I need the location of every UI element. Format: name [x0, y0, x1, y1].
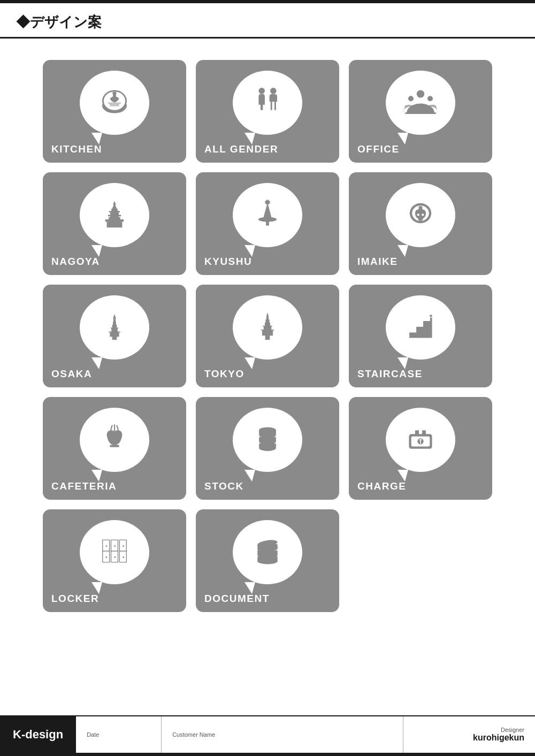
- svg-point-83: [257, 558, 277, 564]
- svg-point-71: [105, 545, 107, 547]
- svg-rect-10: [405, 112, 436, 114]
- svg-rect-59: [415, 430, 419, 435]
- card-label-kitchen: KITCHEN: [51, 143, 102, 155]
- svg-point-56: [259, 445, 276, 452]
- card-label-locker: LOCKER: [51, 593, 99, 605]
- svg-marker-19: [113, 201, 116, 205]
- card-bubble-nagoya: [80, 183, 149, 247]
- card-bubble-office: [386, 71, 455, 135]
- svg-point-72: [114, 545, 116, 547]
- svg-point-4: [258, 88, 265, 94]
- card-bubble-osaka: [80, 295, 149, 360]
- footer-brand: K-design: [0, 716, 76, 753]
- svg-rect-17: [109, 211, 120, 212]
- footer-designer-value: kurohigekun: [473, 733, 524, 743]
- footer-customer-label: Customer Name: [172, 731, 392, 738]
- svg-rect-48: [263, 326, 272, 327]
- card-tokyo[interactable]: TOKYO: [196, 285, 339, 387]
- card-label-cafeteria: CAFETERIA: [51, 480, 117, 492]
- card-label-document: DOCUMENT: [204, 593, 270, 605]
- card-document[interactable]: DOCUMENT: [196, 509, 339, 612]
- card-imaike[interactable]: IMAIKE: [349, 172, 492, 275]
- bottom-bar: [0, 753, 535, 756]
- card-label-nagoya: NAGOYA: [51, 256, 100, 268]
- card-bubble-imaike: [386, 183, 455, 247]
- page-title: ◆デザイン案: [16, 14, 102, 30]
- card-label-charge: CHARGE: [357, 480, 406, 492]
- main-content: KITCHEN ALL GENDER OFFICE NAGOYA KYUSHU …: [0, 39, 535, 715]
- svg-rect-45: [266, 316, 269, 320]
- card-kitchen[interactable]: KITCHEN: [43, 60, 186, 163]
- card-kyushu[interactable]: KYUSHU: [196, 172, 339, 275]
- all-gender-icon: [248, 82, 287, 123]
- svg-rect-38: [109, 331, 120, 332]
- card-cafeteria[interactable]: CAFETERIA: [43, 397, 186, 500]
- card-bubble-charge: [386, 408, 455, 472]
- card-osaka[interactable]: OSAKA: [43, 285, 186, 387]
- footer-designer-label: Designer: [501, 727, 524, 733]
- svg-point-7: [417, 90, 424, 97]
- nagoya-icon: [95, 195, 134, 235]
- card-staircase[interactable]: STAIRCASE: [349, 285, 492, 387]
- svg-point-74: [105, 556, 107, 558]
- svg-point-3: [112, 91, 116, 95]
- svg-rect-49: [110, 445, 119, 447]
- svg-marker-37: [113, 314, 116, 319]
- card-label-osaka: OSAKA: [51, 368, 92, 380]
- header: ◆デザイン案: [0, 3, 535, 39]
- svg-rect-30: [419, 220, 422, 223]
- svg-rect-15: [108, 215, 121, 216]
- footer: K-design Date Customer Name Designer kur…: [0, 715, 535, 753]
- card-label-tokyo: TOKYO: [204, 368, 244, 380]
- svg-rect-16: [111, 209, 118, 213]
- staircase-icon: [401, 307, 440, 348]
- card-all-gender[interactable]: ALL GENDER: [196, 60, 339, 163]
- svg-rect-24: [266, 219, 269, 226]
- svg-point-28: [417, 213, 419, 216]
- card-stock[interactable]: STOCK: [196, 397, 339, 500]
- card-label-all-gender: ALL GENDER: [204, 143, 278, 155]
- svg-point-9: [427, 96, 433, 101]
- locker-icon: [95, 532, 134, 572]
- icon-grid: KITCHEN ALL GENDER OFFICE NAGOYA KYUSHU …: [43, 60, 492, 612]
- card-bubble-kyushu: [233, 183, 302, 247]
- svg-point-75: [114, 556, 116, 558]
- card-office[interactable]: OFFICE: [349, 60, 492, 163]
- osaka-icon: [95, 307, 134, 348]
- svg-rect-41: [262, 330, 273, 335]
- kitchen-icon: [95, 82, 134, 123]
- card-nagoya[interactable]: NAGOYA: [43, 172, 186, 275]
- card-label-staircase: STAIRCASE: [357, 368, 423, 380]
- svg-rect-36: [113, 319, 116, 323]
- svg-point-8: [408, 96, 414, 101]
- svg-point-76: [123, 556, 124, 558]
- card-bubble-document: [233, 520, 302, 584]
- card-bubble-staircase: [386, 295, 455, 360]
- card-label-imaike: IMAIKE: [357, 256, 398, 268]
- svg-point-23: [265, 201, 270, 204]
- svg-rect-39: [111, 327, 118, 329]
- svg-rect-60: [422, 430, 426, 435]
- imaike-icon: [401, 195, 440, 235]
- svg-marker-46: [266, 312, 269, 316]
- svg-rect-47: [261, 330, 274, 331]
- kyushu-icon: [248, 195, 287, 235]
- office-icon: [401, 82, 440, 123]
- svg-rect-11: [107, 222, 123, 227]
- card-bubble-locker: [80, 520, 149, 584]
- footer-designer-cell: Designer kurohigekun: [403, 716, 535, 753]
- page: ◆デザイン案 KITCHEN ALL GENDER OFFICE NAGOYA …: [0, 0, 535, 756]
- card-label-kyushu: KYUSHU: [204, 256, 252, 268]
- charge-icon: [401, 419, 440, 460]
- card-label-stock: STOCK: [204, 480, 244, 492]
- card-locker[interactable]: LOCKER: [43, 509, 186, 612]
- card-charge[interactable]: CHARGE: [349, 397, 492, 500]
- cafeteria-icon: [95, 419, 134, 460]
- footer-date-cell: Date: [76, 716, 162, 753]
- stock-icon: [248, 419, 287, 460]
- document-icon: [248, 532, 287, 572]
- card-bubble-kitchen: [80, 71, 149, 135]
- footer-customer-cell: Customer Name: [162, 716, 403, 753]
- svg-point-73: [123, 545, 124, 547]
- tokyo-icon: [248, 307, 287, 348]
